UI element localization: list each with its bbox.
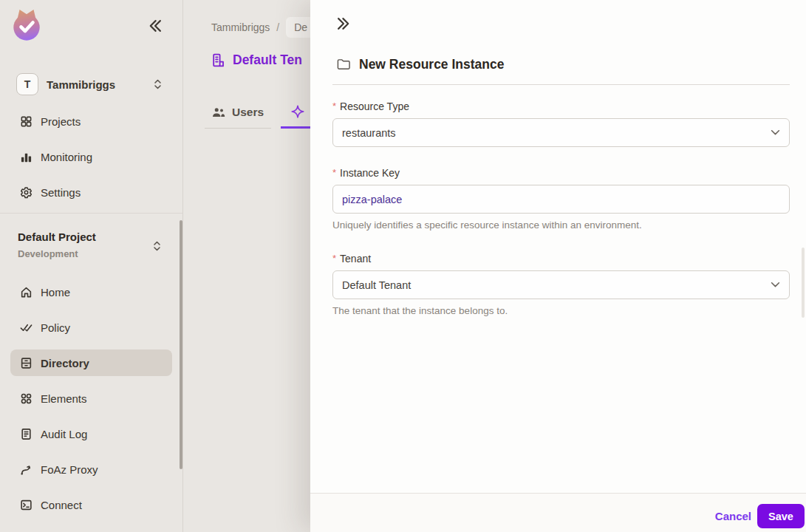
required-asterisk: *: [332, 167, 336, 179]
sidebar-top-nav: Projects Monitoring Settings: [0, 103, 182, 210]
project-name: Default Project: [18, 231, 96, 243]
folder-icon: [337, 58, 351, 71]
sidebar-item-foaz-proxy[interactable]: FoAz Proxy: [0, 451, 182, 487]
tenant-helper: The tenant that the instance belongs to.: [332, 305, 508, 316]
sidebar-item-policy[interactable]: Policy: [0, 310, 182, 345]
chevron-updown-icon: [152, 240, 162, 252]
users-icon: [212, 107, 225, 117]
sidebar-item-label: Monitoring: [41, 151, 92, 163]
resource-type-value: restaurants: [342, 127, 396, 139]
sparkle-icon: [290, 104, 305, 119]
breadcrumb-item-workspace[interactable]: Tammibriggs: [211, 21, 270, 33]
tenant-value: Default Tenant: [342, 279, 411, 291]
app-root: T Tammibriggs Projects: [0, 0, 806, 532]
sidebar-main-nav: Home Policy Directory: [0, 274, 182, 522]
tenant-select[interactable]: Default Tenant: [332, 270, 790, 299]
cancel-button[interactable]: Cancel: [715, 504, 751, 528]
sidebar-item-label: Settings: [41, 186, 81, 199]
instance-key-helper: Uniquely identifies a specific resource …: [332, 219, 642, 231]
sidebar-item-audit-log[interactable]: Audit Log: [0, 416, 182, 451]
cabinet-icon: [20, 357, 33, 369]
home-icon: [20, 286, 33, 299]
curve-arrow-icon: [20, 463, 33, 476]
breadcrumb-separator: /: [276, 21, 279, 33]
tenant-building-icon: [211, 52, 226, 68]
tab-users[interactable]: Users: [205, 97, 271, 129]
terminal-icon: [20, 499, 33, 511]
sidebar-divider: [0, 213, 182, 214]
sidebar-item-home[interactable]: Home: [0, 274, 182, 310]
bar-chart-icon: [20, 151, 33, 163]
sidebar: T Tammibriggs Projects: [0, 0, 183, 532]
circles-grid-icon: [20, 392, 33, 405]
sidebar-item-projects[interactable]: Projects: [0, 103, 182, 139]
required-asterisk: *: [332, 100, 336, 112]
chevron-down-icon: [771, 282, 780, 288]
sidebar-item-connect[interactable]: Connect: [0, 487, 182, 522]
sidebar-item-label: FoAz Proxy: [41, 463, 98, 476]
sidebar-item-label: Audit Log: [41, 428, 87, 440]
sidebar-item-directory[interactable]: Directory: [10, 349, 172, 376]
permit-cat-logo: [10, 7, 43, 42]
project-switcher[interactable]: Default Project Development: [0, 224, 182, 270]
sidebar-item-label: Elements: [41, 392, 87, 405]
drawer-header: New Resource Instance: [337, 57, 504, 72]
grid-squares-icon: [20, 115, 33, 128]
drawer-footer: Cancel Save: [310, 493, 806, 532]
sidebar-item-settings[interactable]: Settings: [0, 174, 182, 210]
sidebar-scrollbar-thumb[interactable]: [180, 220, 182, 469]
drawer-new-resource-instance: New Resource Instance * Resource Type re…: [310, 0, 806, 532]
breadcrumb: Tammibriggs / De: [211, 17, 315, 38]
workspace-switcher[interactable]: T Tammibriggs: [10, 69, 173, 99]
page-title: Default Ten: [233, 52, 302, 68]
sidebar-item-monitoring[interactable]: Monitoring: [0, 139, 182, 174]
sidebar-item-label: Connect: [41, 499, 82, 511]
resource-type-label: * Resource Type: [332, 100, 409, 112]
tab-label: Users: [232, 106, 264, 119]
required-asterisk: *: [332, 253, 336, 265]
page-title-row: Default Ten: [211, 52, 302, 68]
save-button[interactable]: Save: [757, 504, 805, 528]
chevrons-right-icon: [336, 16, 351, 31]
instance-key-input[interactable]: [332, 185, 790, 214]
resource-type-select[interactable]: restaurants: [332, 118, 790, 147]
sidebar-item-label: Directory: [41, 357, 89, 369]
sidebar-item-elements[interactable]: Elements: [0, 381, 182, 416]
sidebar-item-label: Policy: [41, 321, 70, 334]
drawer-title: New Resource Instance: [359, 57, 504, 72]
drawer-close-button[interactable]: [335, 15, 352, 33]
workspace-name: Tammibriggs: [47, 78, 115, 91]
workspace-avatar: T: [16, 73, 38, 95]
document-icon: [20, 428, 33, 440]
drawer-header-divider: [332, 84, 790, 85]
sidebar-item-label: Home: [41, 286, 70, 299]
sidebar-item-label: Projects: [41, 115, 81, 128]
double-check-icon: [20, 321, 33, 334]
chevrons-left-icon: [148, 18, 163, 33]
instance-key-label: * Instance Key: [332, 167, 400, 179]
drawer-scrollbar-thumb[interactable]: [802, 248, 805, 318]
gear-icon: [20, 186, 33, 199]
tenant-label: * Tenant: [332, 253, 371, 265]
chevron-updown-icon: [153, 78, 163, 90]
sidebar-collapse-button[interactable]: [146, 17, 164, 35]
chevron-down-icon: [771, 129, 780, 136]
environment-name: Development: [18, 248, 78, 259]
